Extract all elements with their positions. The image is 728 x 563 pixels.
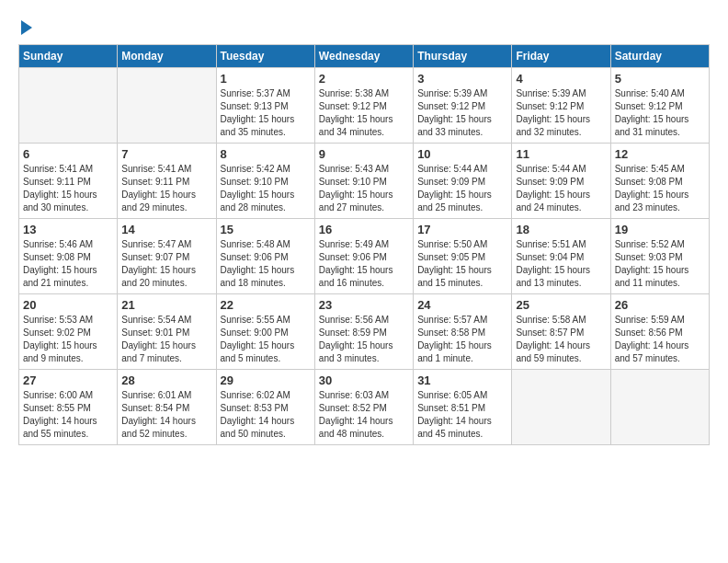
calendar-week-row: 27Sunrise: 6:00 AM Sunset: 8:55 PM Dayli…: [19, 370, 710, 445]
header-thursday: Thursday: [414, 45, 512, 68]
calendar-cell: 16Sunrise: 5:49 AM Sunset: 9:06 PM Dayli…: [314, 219, 413, 294]
calendar-cell: 18Sunrise: 5:51 AM Sunset: 9:04 PM Dayli…: [512, 219, 610, 294]
day-number: 22: [221, 298, 311, 312]
day-info: Sunrise: 5:42 AM Sunset: 9:10 PM Dayligh…: [221, 163, 311, 214]
day-info: Sunrise: 5:57 AM Sunset: 8:58 PM Dayligh…: [417, 314, 507, 365]
day-info: Sunrise: 5:39 AM Sunset: 9:12 PM Dayligh…: [516, 87, 606, 139]
day-info: Sunrise: 6:01 AM Sunset: 8:54 PM Dayligh…: [121, 389, 211, 441]
day-info: Sunrise: 5:40 AM Sunset: 9:12 PM Dayligh…: [615, 87, 705, 139]
day-info: Sunrise: 5:41 AM Sunset: 9:11 PM Dayligh…: [23, 163, 113, 214]
day-number: 3: [417, 72, 507, 86]
day-number: 4: [516, 72, 606, 86]
calendar-cell: [19, 68, 118, 144]
day-info: Sunrise: 5:52 AM Sunset: 9:03 PM Dayligh…: [615, 238, 705, 290]
day-number: 19: [615, 223, 705, 236]
header-saturday: Saturday: [610, 45, 709, 68]
calendar-cell: 21Sunrise: 5:54 AM Sunset: 9:01 PM Dayli…: [118, 294, 216, 370]
calendar-cell: 28Sunrise: 6:01 AM Sunset: 8:54 PM Dayli…: [118, 370, 216, 445]
calendar-week-row: 6Sunrise: 5:41 AM Sunset: 9:11 PM Daylig…: [19, 144, 710, 219]
calendar-week-row: 13Sunrise: 5:46 AM Sunset: 9:08 PM Dayli…: [19, 219, 710, 294]
day-number: 9: [319, 147, 409, 161]
day-info: Sunrise: 5:37 AM Sunset: 9:13 PM Dayligh…: [221, 87, 311, 139]
day-info: Sunrise: 5:44 AM Sunset: 9:09 PM Dayligh…: [417, 163, 507, 214]
day-info: Sunrise: 5:50 AM Sunset: 9:05 PM Dayligh…: [417, 238, 507, 290]
day-info: Sunrise: 5:46 AM Sunset: 9:08 PM Dayligh…: [23, 238, 113, 290]
day-info: Sunrise: 5:55 AM Sunset: 9:00 PM Dayligh…: [221, 314, 311, 365]
calendar-cell: 3Sunrise: 5:39 AM Sunset: 9:12 PM Daylig…: [414, 68, 512, 144]
day-number: 28: [121, 373, 211, 387]
calendar-cell: 10Sunrise: 5:44 AM Sunset: 9:09 PM Dayli…: [414, 144, 512, 219]
day-number: 24: [417, 298, 507, 312]
day-number: 1: [221, 72, 311, 86]
day-info: Sunrise: 6:02 AM Sunset: 8:53 PM Dayligh…: [221, 389, 311, 441]
day-number: 15: [221, 223, 311, 236]
calendar-cell: 24Sunrise: 5:57 AM Sunset: 8:58 PM Dayli…: [414, 294, 512, 370]
day-info: Sunrise: 5:43 AM Sunset: 9:10 PM Dayligh…: [319, 163, 409, 214]
day-number: 18: [516, 223, 606, 236]
calendar-cell: 5Sunrise: 5:40 AM Sunset: 9:12 PM Daylig…: [610, 68, 709, 144]
calendar-cell: 30Sunrise: 6:03 AM Sunset: 8:52 PM Dayli…: [314, 370, 413, 445]
day-info: Sunrise: 6:05 AM Sunset: 8:51 PM Dayligh…: [417, 389, 507, 441]
day-number: 6: [23, 147, 113, 161]
header-friday: Friday: [512, 45, 610, 68]
day-number: 27: [23, 373, 113, 387]
calendar-cell: 14Sunrise: 5:47 AM Sunset: 9:07 PM Dayli…: [118, 219, 216, 294]
day-info: Sunrise: 5:51 AM Sunset: 9:04 PM Dayligh…: [516, 238, 606, 290]
calendar-header-row: SundayMondayTuesdayWednesdayThursdayFrid…: [19, 45, 710, 68]
day-number: 8: [221, 147, 311, 161]
header-monday: Monday: [118, 45, 216, 68]
day-info: Sunrise: 5:58 AM Sunset: 8:57 PM Dayligh…: [516, 314, 606, 365]
day-number: 11: [516, 147, 606, 161]
day-number: 2: [319, 72, 409, 86]
day-number: 17: [417, 223, 507, 236]
day-number: 20: [23, 298, 113, 312]
day-info: Sunrise: 5:56 AM Sunset: 8:59 PM Dayligh…: [319, 314, 409, 365]
logo: [18, 18, 34, 35]
day-number: 21: [121, 298, 211, 312]
header-sunday: Sunday: [19, 45, 118, 68]
day-info: Sunrise: 6:03 AM Sunset: 8:52 PM Dayligh…: [319, 389, 409, 441]
calendar-cell: 7Sunrise: 5:41 AM Sunset: 9:11 PM Daylig…: [118, 144, 216, 219]
day-number: 30: [319, 373, 409, 387]
calendar-cell: 17Sunrise: 5:50 AM Sunset: 9:05 PM Dayli…: [414, 219, 512, 294]
day-number: 14: [121, 223, 211, 236]
day-info: Sunrise: 5:38 AM Sunset: 9:12 PM Dayligh…: [319, 87, 409, 139]
calendar-cell: 11Sunrise: 5:44 AM Sunset: 9:09 PM Dayli…: [512, 144, 610, 219]
day-info: Sunrise: 5:45 AM Sunset: 9:08 PM Dayligh…: [615, 163, 705, 214]
calendar-cell: 2Sunrise: 5:38 AM Sunset: 9:12 PM Daylig…: [314, 68, 413, 144]
calendar-cell: 29Sunrise: 6:02 AM Sunset: 8:53 PM Dayli…: [216, 370, 314, 445]
calendar-cell: 12Sunrise: 5:45 AM Sunset: 9:08 PM Dayli…: [610, 144, 709, 219]
calendar-cell: 23Sunrise: 5:56 AM Sunset: 8:59 PM Dayli…: [314, 294, 413, 370]
calendar-week-row: 1Sunrise: 5:37 AM Sunset: 9:13 PM Daylig…: [19, 68, 710, 144]
day-number: 7: [121, 147, 211, 161]
calendar-cell: [512, 370, 610, 445]
calendar-cell: 6Sunrise: 5:41 AM Sunset: 9:11 PM Daylig…: [19, 144, 118, 219]
calendar-cell: 19Sunrise: 5:52 AM Sunset: 9:03 PM Dayli…: [610, 219, 709, 294]
day-number: 23: [319, 298, 409, 312]
day-number: 31: [417, 373, 507, 387]
calendar-cell: [610, 370, 709, 445]
day-info: Sunrise: 5:47 AM Sunset: 9:07 PM Dayligh…: [121, 238, 211, 290]
logo-arrow-icon: [21, 20, 32, 35]
calendar-table: SundayMondayTuesdayWednesdayThursdayFrid…: [18, 44, 710, 445]
day-number: 12: [615, 147, 705, 161]
calendar-cell: 26Sunrise: 5:59 AM Sunset: 8:56 PM Dayli…: [610, 294, 709, 370]
header-tuesday: Tuesday: [216, 45, 314, 68]
calendar-cell: 1Sunrise: 5:37 AM Sunset: 9:13 PM Daylig…: [216, 68, 314, 144]
day-number: 5: [615, 72, 705, 86]
calendar-cell: 15Sunrise: 5:48 AM Sunset: 9:06 PM Dayli…: [216, 219, 314, 294]
day-info: Sunrise: 6:00 AM Sunset: 8:55 PM Dayligh…: [23, 389, 113, 441]
day-info: Sunrise: 5:44 AM Sunset: 9:09 PM Dayligh…: [516, 163, 606, 214]
day-info: Sunrise: 5:41 AM Sunset: 9:11 PM Dayligh…: [121, 163, 211, 214]
day-info: Sunrise: 5:49 AM Sunset: 9:06 PM Dayligh…: [319, 238, 409, 290]
day-info: Sunrise: 5:59 AM Sunset: 8:56 PM Dayligh…: [615, 314, 705, 365]
page-header: [18, 18, 710, 35]
day-info: Sunrise: 5:48 AM Sunset: 9:06 PM Dayligh…: [221, 238, 311, 290]
day-number: 13: [23, 223, 113, 236]
calendar-cell: 27Sunrise: 6:00 AM Sunset: 8:55 PM Dayli…: [19, 370, 118, 445]
calendar-cell: 4Sunrise: 5:39 AM Sunset: 9:12 PM Daylig…: [512, 68, 610, 144]
day-number: 25: [516, 298, 606, 312]
day-info: Sunrise: 5:53 AM Sunset: 9:02 PM Dayligh…: [23, 314, 113, 365]
calendar-cell: 31Sunrise: 6:05 AM Sunset: 8:51 PM Dayli…: [414, 370, 512, 445]
calendar-cell: 9Sunrise: 5:43 AM Sunset: 9:10 PM Daylig…: [314, 144, 413, 219]
